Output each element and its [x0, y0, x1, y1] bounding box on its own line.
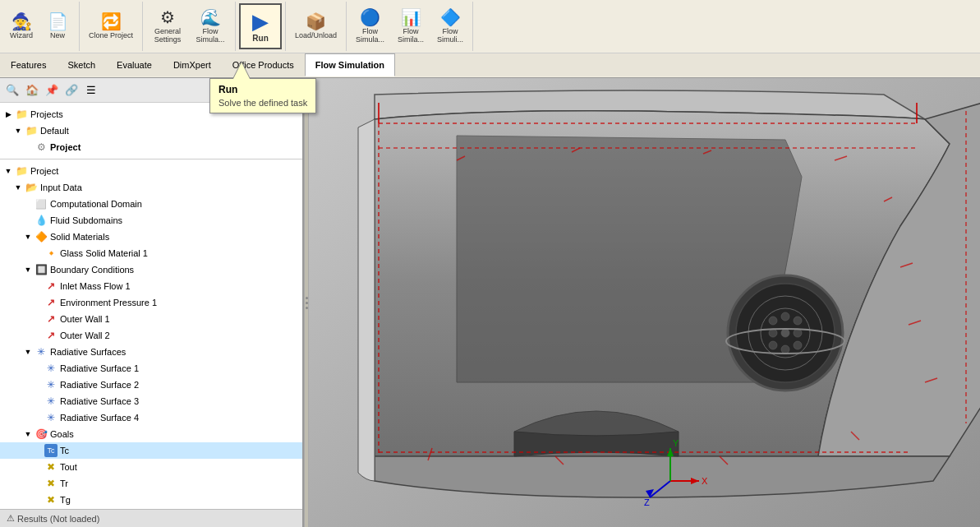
main-tree-area[interactable]: ▼ 📁 Project ▼ 📂 Input Data ⬜ Computation… — [0, 159, 302, 509]
tree-root-project[interactable]: ▼ 📁 Project — [0, 163, 302, 179]
new-icon: 📄 — [48, 13, 68, 30]
expand-root[interactable]: ▼ — [3, 166, 13, 176]
gear-icon-project: ⚙ — [35, 141, 48, 154]
flow-simula2-label: FlowSimula... — [356, 27, 384, 44]
expand-default[interactable]: ▼ — [13, 126, 23, 136]
viewport-3d[interactable]: 🔍 🔍 ✋ ⬛ ⚪ 🌐 🎨 ⚙ — [309, 78, 980, 527]
tout-icon: ✖ — [44, 460, 58, 474]
expand-comp-domain — [23, 199, 33, 209]
expand-tout — [33, 462, 43, 472]
expand-wall1 — [33, 314, 43, 324]
new-label: New — [50, 31, 65, 39]
toolbar-area: 🧙 Wizard 📄 New 🔁 Clone Project ⚙ General… — [0, 0, 980, 78]
left-panel: 🔍 🏠 📌 🔗 ☰ ▶ 📁 Projects ▼ 📁 Default ⚙ Pro… — [0, 78, 304, 527]
rad3-icon: ✳ — [44, 395, 58, 408]
svg-text:X: X — [702, 476, 708, 486]
glass-solid-label: Glass Solid Material 1 — [60, 248, 148, 258]
solid-materials-icon: 🔶 — [35, 230, 48, 243]
expand-wall2 — [33, 331, 43, 340]
tree-item-default[interactable]: ▼ 📁 Default — [0, 123, 302, 139]
load-unload-label: Load/Unload — [295, 31, 337, 39]
run-button[interactable]: ▶ Run — [239, 3, 282, 49]
results-status-text: Results (Not loaded) — [17, 514, 99, 524]
expand-tc — [33, 446, 43, 455]
tab-sketch[interactable]: Sketch — [57, 53, 106, 76]
folder-icon-projects: 📁 — [15, 108, 28, 121]
expand-projects[interactable]: ▶ — [3, 109, 13, 119]
load-unload-icon: 📦 — [306, 13, 326, 30]
tree-env-pressure[interactable]: ↗ Environment Pressure 1 — [0, 294, 302, 311]
flow-simula-icon: 🌊 — [200, 9, 221, 25]
panel-icon-home[interactable]: 🏠 — [23, 81, 41, 99]
wall1-icon: ↗ — [44, 312, 58, 326]
svg-point-8 — [769, 329, 777, 337]
tab-dimxpert[interactable]: DimXpert — [163, 53, 222, 76]
panel-icon-menu[interactable]: ☰ — [82, 81, 100, 99]
panel-icon-search[interactable]: 🔍 — [3, 81, 21, 99]
load-unload-button[interactable]: 📦 Load/Unload — [289, 11, 343, 42]
run-label: Run — [252, 34, 268, 43]
panel-icon-pin[interactable]: 📌 — [43, 81, 61, 99]
tree-glass-solid-material[interactable]: 🔸 Glass Solid Material 1 — [0, 245, 302, 261]
folder-icon-root: 📁 — [15, 164, 28, 178]
tree-goal-tg[interactable]: ✖ Tg — [0, 492, 302, 508]
radiative-icon: ✳ — [35, 345, 48, 358]
tree-rad-surface-2[interactable]: ✳ Radiative Surface 2 — [0, 377, 302, 393]
expand-input-data[interactable]: ▼ — [13, 183, 23, 192]
tree-solid-materials[interactable]: ▼ 🔶 Solid Materials — [0, 229, 302, 245]
flow-simula3-button[interactable]: 📊 FlowSimila... — [392, 7, 430, 46]
tree-goal-tc[interactable]: Tc Tc — [0, 442, 302, 459]
tree-radiative-surfaces[interactable]: ▼ ✳ Radiative Surfaces — [0, 344, 302, 360]
main-content: 🔍 🏠 📌 🔗 ☰ ▶ 📁 Projects ▼ 📁 Default ⚙ Pro… — [0, 78, 980, 527]
new-button[interactable]: 📄 New — [39, 11, 76, 42]
tc-icon: Tc — [44, 444, 58, 457]
clone-icon: 🔁 — [101, 13, 122, 30]
tree-outer-wall-2[interactable]: ↗ Outer Wall 2 — [0, 327, 302, 344]
tree-goal-tr[interactable]: ✖ Tr — [0, 475, 302, 492]
env-icon: ↗ — [44, 296, 58, 309]
tree-computational-domain[interactable]: ⬜ Computational Domain — [0, 196, 302, 212]
tree-item-project-top[interactable]: ⚙ Project — [0, 139, 302, 155]
flow-simula-button[interactable]: 🌊 FlowSimula... — [189, 7, 232, 46]
tc-label: Tc — [60, 446, 69, 455]
tree-fluid-subdomains[interactable]: 💧 Fluid Subdomains — [0, 212, 302, 229]
env-pressure-label: Environment Pressure 1 — [60, 298, 157, 307]
general-settings-button[interactable]: ⚙ GeneralSettings — [146, 7, 189, 46]
tab-flow-simulation[interactable]: Flow Simulation — [305, 53, 395, 76]
flow-simula2-button[interactable]: 🔵 FlowSimula... — [350, 7, 390, 46]
tree-input-data[interactable]: ▼ 📂 Input Data — [0, 179, 302, 196]
model-svg: Z X Y — [309, 78, 980, 527]
tab-features[interactable]: Features — [0, 53, 57, 76]
tree-outer-wall-1[interactable]: ↗ Outer Wall 1 — [0, 311, 302, 327]
tree-boundary-conditions[interactable]: ▼ 🔲 Boundary Conditions — [0, 261, 302, 278]
tree-goal-tout[interactable]: ✖ Tout — [0, 459, 302, 475]
folder-icon-input: 📂 — [25, 181, 38, 194]
toolbar-row1: 🧙 Wizard 📄 New 🔁 Clone Project ⚙ General… — [0, 0, 980, 53]
panel-icon-link[interactable]: 🔗 — [62, 81, 81, 99]
flow-simula4-button[interactable]: 🔷 FlowSimuli... — [431, 7, 469, 46]
expand-boundary[interactable]: ▼ — [23, 265, 33, 275]
expand-solid-materials[interactable]: ▼ — [23, 232, 33, 242]
status-bar: ⚠ Results (Not loaded) — [0, 509, 302, 527]
flow-simula4-icon: 🔷 — [440, 9, 461, 25]
expand-tr — [33, 478, 43, 488]
default-label: Default — [40, 126, 69, 136]
clone-project-button[interactable]: 🔁 Clone Project — [83, 11, 139, 42]
input-data-label: Input Data — [40, 183, 82, 192]
tree-rad-surface-4[interactable]: ✳ Radiative Surface 4 — [0, 409, 302, 426]
run-icon: ▶ — [252, 11, 269, 32]
splitter-dot-1 — [306, 297, 308, 299]
rad-surface-2-label: Radiative Surface 2 — [60, 380, 139, 390]
expand-goals[interactable]: ▼ — [23, 429, 33, 439]
tree-rad-surface-3[interactable]: ✳ Radiative Surface 3 — [0, 393, 302, 409]
toolbar-group-run: ▶ Run — [236, 2, 286, 51]
wizard-button[interactable]: 🧙 Wizard — [3, 11, 39, 42]
svg-point-10 — [794, 329, 802, 337]
tree-goals[interactable]: ▼ 🎯 Goals — [0, 426, 302, 442]
tree-inlet-mass-flow[interactable]: ↗ Inlet Mass Flow 1 — [0, 278, 302, 294]
rad-surface-3-label: Radiative Surface 3 — [60, 396, 139, 406]
toolbar-group-settings: ⚙ GeneralSettings 🌊 FlowSimula... — [143, 2, 236, 51]
expand-radiative[interactable]: ▼ — [23, 347, 33, 357]
tree-rad-surface-1[interactable]: ✳ Radiative Surface 1 — [0, 360, 302, 377]
tab-evaluate[interactable]: Evaluate — [106, 53, 163, 76]
